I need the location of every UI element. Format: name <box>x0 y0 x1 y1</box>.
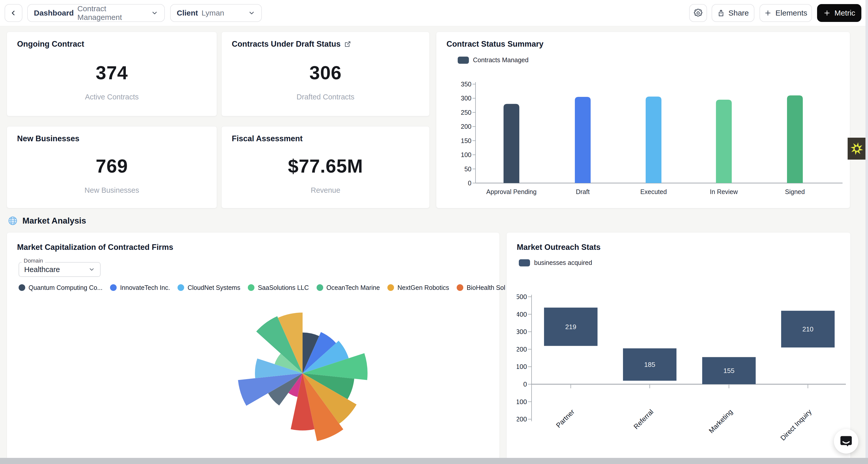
svg-text:200: 200 <box>461 123 471 130</box>
share-icon <box>717 9 725 17</box>
svg-text:300: 300 <box>517 328 527 336</box>
svg-text:185: 185 <box>644 361 655 368</box>
kpi-card-new-businesses: New Businesses 769 New Businesses <box>7 126 217 208</box>
svg-text:Draft: Draft <box>576 188 590 195</box>
svg-text:300: 300 <box>461 94 471 102</box>
kpi-body: $77.65M Revenue <box>222 142 429 208</box>
elements-button[interactable]: Elements <box>760 4 812 22</box>
outreach-legend[interactable]: businesses acquired <box>519 259 592 266</box>
domain-select[interactable]: Healthcare <box>19 262 101 277</box>
svg-text:Direct Inquiry: Direct Inquiry <box>779 408 813 442</box>
kpi-label: Drafted Contracts <box>297 93 354 101</box>
svg-text:350: 350 <box>461 81 471 88</box>
dashboard-select-value: Contract Management <box>78 4 148 22</box>
svg-text:250: 250 <box>461 109 471 116</box>
legend-dot <box>19 284 25 291</box>
domain-select-label: Domain <box>22 258 45 264</box>
svg-text:200: 200 <box>517 345 527 353</box>
dashboard-page: Dashboard Contract Management Client Lym… <box>0 0 868 464</box>
svg-text:-100: -100 <box>517 398 527 406</box>
client-select[interactable]: Client Lyman <box>170 4 262 22</box>
kpi-card-contracts-under-draft: Contracts Under Draft Status 306 Drafted… <box>221 32 430 116</box>
legend-swatch <box>519 259 530 266</box>
kpi-body: 306 Drafted Contracts <box>222 47 429 116</box>
asterisk-burst-icon <box>849 141 864 156</box>
svg-text:155: 155 <box>723 367 734 375</box>
settings-button[interactable] <box>689 4 707 22</box>
kpi-value: 769 <box>96 155 128 177</box>
globe-icon <box>8 216 18 226</box>
chart-title: Market Outreach Stats <box>517 243 600 252</box>
vertical-scrollbar[interactable] <box>865 0 868 458</box>
svg-text:Referral: Referral <box>632 408 655 431</box>
legend-dot <box>457 284 463 291</box>
add-metric-button[interactable]: Metric <box>817 4 861 22</box>
chart-title: Contract Status Summary <box>446 39 544 49</box>
svg-text:210: 210 <box>802 325 813 333</box>
legend-label: businesses acquired <box>534 259 592 266</box>
share-button[interactable]: Share <box>712 4 754 22</box>
domain-select-value: Healthcare <box>24 265 60 274</box>
svg-text:Signed: Signed <box>785 188 805 195</box>
legend-item[interactable]: BioHealth Sol <box>457 284 505 291</box>
contract-status-bar-chart[interactable]: 050100150200250300350Approval PendingDra… <box>449 62 846 205</box>
legend-item-label: NextGen Robotics <box>397 284 449 291</box>
floating-brand-widget[interactable] <box>848 138 866 160</box>
chevron-down-icon <box>248 9 255 17</box>
gear-icon <box>693 8 703 18</box>
plus-icon <box>823 9 831 17</box>
svg-text:219: 219 <box>565 323 576 331</box>
plus-icon <box>764 9 772 17</box>
external-link-icon[interactable] <box>344 40 351 48</box>
svg-text:100: 100 <box>517 363 527 371</box>
legend-dot <box>110 284 117 291</box>
kpi-card-fiscal-assessment: Fiscal Assessment $77.65M Revenue <box>221 126 430 208</box>
market-analysis-section-header: Market Analysis <box>8 216 86 226</box>
legend-item[interactable]: InnovateTech Inc. <box>110 284 170 291</box>
svg-text:-200: -200 <box>517 415 527 423</box>
chart-title: Market Capitalization of Contracted Firm… <box>17 243 173 252</box>
legend-item[interactable]: NextGen Robotics <box>388 284 449 291</box>
kpi-value: 374 <box>96 62 128 84</box>
client-select-label: Client <box>177 9 198 17</box>
market-outreach-card: Market Outreach Stats businesses acquire… <box>506 232 851 464</box>
chat-launcher-button[interactable] <box>834 429 858 454</box>
market-outreach-bar-chart[interactable]: 5004003002001000-100-200219Partner185Ref… <box>517 284 848 452</box>
kpi-value: 306 <box>309 62 342 84</box>
svg-text:100: 100 <box>461 151 471 158</box>
svg-text:Approval Pending: Approval Pending <box>486 188 536 195</box>
market-cap-rose-chart[interactable] <box>213 284 392 462</box>
svg-text:Marketing: Marketing <box>707 408 734 435</box>
kpi-card-ongoing-contract: Ongoing Contract 374 Active Contracts <box>7 32 217 116</box>
svg-text:50: 50 <box>464 166 471 173</box>
chevron-down-icon <box>151 9 158 17</box>
kpi-label: New Businesses <box>85 186 139 195</box>
share-button-label: Share <box>728 9 749 17</box>
svg-text:400: 400 <box>517 311 527 318</box>
legend-item-label: BioHealth Sol <box>467 284 505 291</box>
section-title: Market Analysis <box>23 216 86 226</box>
svg-text:In Review: In Review <box>710 188 738 195</box>
dashboard-select-label: Dashboard <box>34 9 74 17</box>
kpi-label: Revenue <box>311 186 340 195</box>
elements-button-label: Elements <box>775 9 807 17</box>
legend-dot <box>178 284 184 291</box>
topbar: Dashboard Contract Management Client Lym… <box>0 0 868 26</box>
svg-text:Partner: Partner <box>555 408 576 429</box>
horizontal-scrollbar[interactable] <box>0 458 868 464</box>
svg-text:500: 500 <box>517 293 527 300</box>
legend-item[interactable]: Quantum Computing Co... <box>19 284 102 291</box>
chat-bubble-smile-icon <box>839 434 853 448</box>
metric-button-label: Metric <box>834 9 855 17</box>
kpi-value: $77.65M <box>288 155 363 177</box>
chevron-left-icon <box>10 9 17 17</box>
svg-text:0: 0 <box>468 179 471 186</box>
svg-text:150: 150 <box>461 137 471 144</box>
chevron-down-icon <box>88 266 95 273</box>
svg-text:0: 0 <box>523 380 527 388</box>
client-select-value: Lyman <box>202 9 224 17</box>
back-button[interactable] <box>5 4 23 22</box>
dashboard-select[interactable]: Dashboard Contract Management <box>27 4 165 22</box>
kpi-body: 769 New Businesses <box>7 142 217 208</box>
kpi-body: 374 Active Contracts <box>7 47 217 116</box>
